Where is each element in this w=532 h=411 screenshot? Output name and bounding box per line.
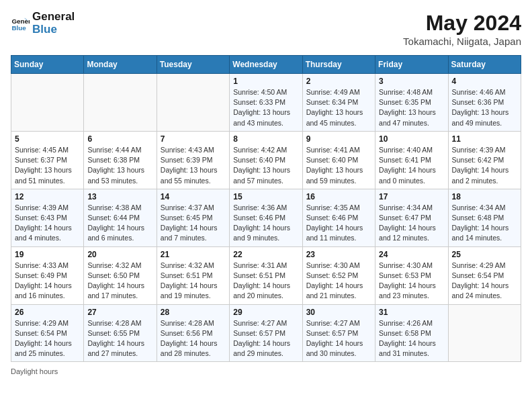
calendar-cell: 11Sunrise: 4:39 AMSunset: 6:42 PMDayligh…: [448, 131, 521, 189]
calendar-cell: 26Sunrise: 4:29 AMSunset: 6:54 PMDayligh…: [11, 304, 84, 362]
day-number: 28: [161, 308, 226, 317]
day-info: Sunrise: 4:48 AMSunset: 6:35 PMDaylight:…: [379, 87, 444, 128]
logo: General Blue General Blue: [11, 11, 75, 36]
day-info: Sunrise: 4:39 AMSunset: 6:42 PMDaylight:…: [452, 145, 517, 186]
calendar-week-3: 12Sunrise: 4:39 AMSunset: 6:43 PMDayligh…: [11, 189, 521, 246]
day-info: Sunrise: 4:31 AMSunset: 6:51 PMDaylight:…: [233, 261, 298, 302]
day-number: 14: [161, 192, 226, 201]
calendar-week-1: 1Sunrise: 4:50 AMSunset: 6:33 PMDaylight…: [11, 74, 521, 132]
day-number: 13: [87, 192, 152, 201]
day-number: 1: [233, 77, 298, 86]
calendar-cell: 1Sunrise: 4:50 AMSunset: 6:33 PMDaylight…: [230, 74, 302, 132]
day-info: Sunrise: 4:43 AMSunset: 6:39 PMDaylight:…: [161, 145, 226, 186]
title-block: May 2024 Tokamachi, Niigata, Japan: [403, 11, 521, 47]
day-number: 18: [452, 192, 517, 201]
day-info: Sunrise: 4:39 AMSunset: 6:43 PMDaylight:…: [15, 203, 80, 244]
day-number: 21: [161, 250, 226, 259]
calendar-cell: 27Sunrise: 4:28 AMSunset: 6:55 PMDayligh…: [84, 304, 157, 362]
calendar-cell: 28Sunrise: 4:28 AMSunset: 6:56 PMDayligh…: [157, 304, 229, 362]
calendar-cell: 6Sunrise: 4:44 AMSunset: 6:38 PMDaylight…: [84, 131, 157, 189]
weekday-header-friday: Friday: [375, 56, 448, 74]
calendar-cell: 18Sunrise: 4:34 AMSunset: 6:48 PMDayligh…: [448, 189, 521, 246]
day-info: Sunrise: 4:36 AMSunset: 6:46 PMDaylight:…: [233, 203, 298, 244]
calendar-cell: 25Sunrise: 4:29 AMSunset: 6:54 PMDayligh…: [448, 246, 521, 304]
day-number: 12: [15, 192, 80, 201]
day-number: 19: [15, 250, 80, 259]
day-number: 29: [233, 308, 298, 317]
day-info: Sunrise: 4:44 AMSunset: 6:38 PMDaylight:…: [87, 145, 152, 186]
location: Tokamachi, Niigata, Japan: [403, 36, 521, 47]
calendar-cell: 3Sunrise: 4:48 AMSunset: 6:35 PMDaylight…: [375, 74, 448, 132]
calendar-cell: 22Sunrise: 4:31 AMSunset: 6:51 PMDayligh…: [230, 246, 302, 304]
calendar-cell: 8Sunrise: 4:42 AMSunset: 6:40 PMDaylight…: [230, 131, 302, 189]
calendar-cell: 5Sunrise: 4:45 AMSunset: 6:37 PMDaylight…: [11, 131, 84, 189]
day-number: 31: [379, 308, 444, 317]
calendar-week-5: 26Sunrise: 4:29 AMSunset: 6:54 PMDayligh…: [11, 304, 521, 362]
weekday-header-tuesday: Tuesday: [157, 56, 229, 74]
day-number: 17: [379, 192, 444, 201]
day-number: 4: [452, 77, 517, 86]
calendar-cell: 15Sunrise: 4:36 AMSunset: 6:46 PMDayligh…: [230, 189, 302, 246]
calendar-cell: 13Sunrise: 4:38 AMSunset: 6:44 PMDayligh…: [84, 189, 157, 246]
day-number: 6: [87, 134, 152, 144]
day-info: Sunrise: 4:28 AMSunset: 6:56 PMDaylight:…: [161, 318, 226, 359]
day-info: Sunrise: 4:29 AMSunset: 6:54 PMDaylight:…: [15, 318, 80, 359]
weekday-header-wednesday: Wednesday: [230, 56, 302, 74]
day-info: Sunrise: 4:27 AMSunset: 6:57 PMDaylight:…: [306, 318, 371, 359]
calendar-cell: 23Sunrise: 4:30 AMSunset: 6:52 PMDayligh…: [302, 246, 375, 304]
calendar-cell: 16Sunrise: 4:35 AMSunset: 6:46 PMDayligh…: [302, 189, 375, 246]
day-number: 24: [379, 250, 444, 259]
weekday-header-saturday: Saturday: [448, 56, 521, 74]
day-info: Sunrise: 4:33 AMSunset: 6:49 PMDaylight:…: [15, 261, 80, 302]
logo-general: General: [32, 11, 75, 24]
logo-blue: Blue: [32, 24, 75, 36]
day-info: Sunrise: 4:50 AMSunset: 6:33 PMDaylight:…: [233, 87, 298, 128]
day-info: Sunrise: 4:34 AMSunset: 6:47 PMDaylight:…: [379, 203, 444, 244]
weekday-header-monday: Monday: [84, 56, 157, 74]
calendar-table: SundayMondayTuesdayWednesdayThursdayFrid…: [11, 55, 521, 362]
day-info: Sunrise: 4:32 AMSunset: 6:51 PMDaylight:…: [161, 261, 226, 302]
day-number: 16: [306, 192, 371, 201]
weekday-header-sunday: Sunday: [11, 56, 84, 74]
daylight-label: Daylight hours: [11, 367, 58, 375]
day-number: 9: [306, 134, 371, 144]
calendar-cell: 9Sunrise: 4:41 AMSunset: 6:40 PMDaylight…: [302, 131, 375, 189]
day-info: Sunrise: 4:29 AMSunset: 6:54 PMDaylight:…: [452, 261, 517, 302]
day-number: 23: [306, 250, 371, 259]
day-info: Sunrise: 4:42 AMSunset: 6:40 PMDaylight:…: [233, 145, 298, 186]
day-info: Sunrise: 4:26 AMSunset: 6:58 PMDaylight:…: [379, 318, 444, 359]
day-number: 22: [233, 250, 298, 259]
calendar-cell: 10Sunrise: 4:40 AMSunset: 6:41 PMDayligh…: [375, 131, 448, 189]
day-info: Sunrise: 4:37 AMSunset: 6:45 PMDaylight:…: [161, 203, 226, 244]
day-info: Sunrise: 4:40 AMSunset: 6:41 PMDaylight:…: [379, 145, 444, 186]
day-number: 10: [379, 134, 444, 144]
logo-icon: General Blue: [11, 14, 30, 33]
calendar-cell: 29Sunrise: 4:27 AMSunset: 6:57 PMDayligh…: [230, 304, 302, 362]
calendar-cell: 30Sunrise: 4:27 AMSunset: 6:57 PMDayligh…: [302, 304, 375, 362]
calendar-week-2: 5Sunrise: 4:45 AMSunset: 6:37 PMDaylight…: [11, 131, 521, 189]
calendar-cell: [157, 74, 229, 132]
day-number: 11: [452, 134, 517, 144]
weekday-header-thursday: Thursday: [302, 56, 375, 74]
day-number: 15: [233, 192, 298, 201]
calendar-week-4: 19Sunrise: 4:33 AMSunset: 6:49 PMDayligh…: [11, 246, 521, 304]
day-number: 26: [15, 308, 80, 317]
calendar-cell: 21Sunrise: 4:32 AMSunset: 6:51 PMDayligh…: [157, 246, 229, 304]
day-info: Sunrise: 4:32 AMSunset: 6:50 PMDaylight:…: [87, 261, 152, 302]
calendar-cell: [11, 74, 84, 132]
day-number: 30: [306, 308, 371, 317]
day-info: Sunrise: 4:30 AMSunset: 6:53 PMDaylight:…: [379, 261, 444, 302]
day-info: Sunrise: 4:49 AMSunset: 6:34 PMDaylight:…: [306, 87, 371, 128]
day-info: Sunrise: 4:46 AMSunset: 6:36 PMDaylight:…: [452, 87, 517, 128]
day-number: 20: [87, 250, 152, 259]
day-number: 3: [379, 77, 444, 86]
day-info: Sunrise: 4:35 AMSunset: 6:46 PMDaylight:…: [306, 203, 371, 244]
day-info: Sunrise: 4:27 AMSunset: 6:57 PMDaylight:…: [233, 318, 298, 359]
day-info: Sunrise: 4:45 AMSunset: 6:37 PMDaylight:…: [15, 145, 80, 186]
footer: Daylight hours: [11, 367, 521, 375]
month-title: May 2024: [403, 11, 521, 36]
calendar-cell: [448, 304, 521, 362]
svg-text:Blue: Blue: [11, 24, 26, 31]
calendar-cell: 4Sunrise: 4:46 AMSunset: 6:36 PMDaylight…: [448, 74, 521, 132]
calendar-cell: 17Sunrise: 4:34 AMSunset: 6:47 PMDayligh…: [375, 189, 448, 246]
